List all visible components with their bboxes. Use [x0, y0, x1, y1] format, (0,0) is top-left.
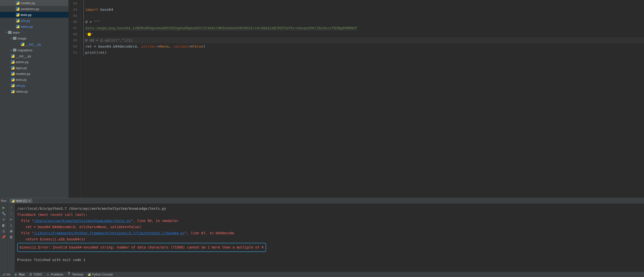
git-tool-button[interactable]: ⎇ Git: [2, 273, 10, 276]
tree-folder[interactable]: ▾image: [0, 35, 68, 41]
traceback-frame-2: File "/Library/Frameworks/Python.framewo…: [17, 230, 642, 236]
package-icon: [13, 36, 17, 40]
line-number[interactable]: 51: [69, 50, 77, 56]
printer-icon[interactable]: ⎙: [2, 229, 6, 233]
tree-file[interactable]: urls.py: [0, 18, 68, 24]
rerun-icon[interactable]: ▶: [2, 205, 6, 209]
problems-tool-button[interactable]: ⚠ Problems: [46, 273, 63, 276]
line-number[interactable]: 48: [69, 31, 77, 37]
chevron-right-icon[interactable]: ▸: [10, 49, 13, 51]
intention-bulb-icon[interactable]: [88, 33, 91, 36]
python-file-icon: [11, 72, 15, 76]
run-panel-label: Run:: [1, 199, 7, 203]
tree-file[interactable]: tests.py: [0, 77, 68, 83]
error-message: binascii.Error: Invalid base64-encoded s…: [20, 244, 264, 250]
warning-icon: ⚠: [46, 273, 50, 276]
line-number[interactable]: 44: [69, 7, 77, 13]
run-tool-window[interactable]: Run: tests (1) ✕ ▶ 🔧 ■ ◧ ⎙ 📌 ↑ ↓ ↩ ⤓ 🖶 🗑…: [0, 198, 644, 271]
git-branch-icon: ⎇: [2, 273, 5, 276]
run-tool-button[interactable]: ▶ Run: [14, 273, 24, 276]
tree-file[interactable]: views.py: [0, 24, 68, 30]
project-tree[interactable]: models.pyserializers.pytests.pyurls.pyvi…: [0, 0, 69, 198]
terminal-icon: ❯_: [68, 273, 71, 276]
tree-file[interactable]: __init__.py: [0, 53, 68, 59]
python-file-icon: [16, 25, 20, 29]
tree-item-label: __init__.py: [16, 54, 31, 58]
line-number[interactable]: 43: [69, 1, 77, 7]
tree-item-label: apps.py: [16, 66, 27, 70]
tree-file[interactable]: serializers.py: [0, 6, 68, 12]
line-number[interactable]: 45: [69, 13, 77, 19]
python-file-icon: [16, 1, 20, 5]
tree-file[interactable]: admin.py: [0, 59, 68, 65]
tree-file[interactable]: models.py: [0, 71, 68, 77]
python-file-icon: [11, 78, 15, 82]
code-area[interactable]: import base64 d = """ data:image/png;bas…: [80, 0, 644, 198]
layout-icon[interactable]: ◧: [2, 223, 6, 227]
tree-file[interactable]: __init__.py: [0, 41, 68, 47]
python-file-icon: [16, 13, 20, 17]
chevron-down-icon[interactable]: ▾: [10, 37, 13, 40]
close-icon[interactable]: ✕: [28, 199, 30, 203]
tree-file[interactable]: apps.py: [0, 65, 68, 71]
console-command: /usr/local/bin/python3.7 /Users/wyc/work…: [17, 205, 642, 212]
traceback-file-link[interactable]: /Users/wyc/work/wechatSystem/knowLedge/t…: [34, 219, 131, 223]
keyword-import: import: [85, 8, 98, 12]
python-file-icon: [20, 42, 24, 46]
run-tab-label: tests (1): [16, 199, 26, 203]
run-toolbar-left: ▶ 🔧 ■ ◧ ⎙ 📌: [0, 204, 7, 271]
code-editor[interactable]: 434445464748495051 import base64 d = """…: [69, 0, 644, 198]
traceback-file-link[interactable]: /Library/Frameworks/Python.framework/Ver…: [34, 231, 184, 235]
tree-item-label: learn: [13, 31, 20, 34]
pin-icon[interactable]: 📌: [2, 235, 6, 239]
play-icon: ▶: [14, 273, 18, 276]
tree-item-label: views.py: [16, 90, 28, 93]
traceback-frame-1: File "/Users/wyc/work/wechatSystem/knowL…: [17, 218, 642, 224]
line-number[interactable]: 47: [69, 25, 77, 31]
tree-folder[interactable]: ▸migrations: [0, 47, 68, 53]
python-file-icon: [11, 54, 15, 58]
tree-item-label: tests.py: [16, 78, 27, 82]
line-number[interactable]: 49: [69, 37, 77, 44]
python-file-icon: [11, 66, 15, 70]
trash-icon[interactable]: 🗑: [9, 235, 13, 239]
status-bar: ⎇ Git ▶ Run ☰ TODO ⚠ Problems ❯_ Termina…: [0, 271, 644, 277]
soft-wrap-icon[interactable]: ↩: [9, 217, 13, 221]
terminal-tool-button[interactable]: ❯_ Terminal: [68, 273, 83, 276]
down-arrow-icon[interactable]: ↓: [9, 211, 13, 215]
list-icon: ☰: [29, 273, 32, 276]
tree-file[interactable]: urls.py: [0, 83, 68, 88]
tree-item-label: urls.py: [20, 19, 30, 23]
chevron-down-icon[interactable]: ▾: [5, 31, 8, 34]
line-number[interactable]: 50: [69, 44, 77, 50]
tree-item-label: views.py: [20, 25, 33, 29]
python-console-tool-button[interactable]: Python Console: [88, 273, 113, 276]
package-icon: [13, 48, 17, 52]
tree-folder[interactable]: ▾learn: [0, 30, 68, 35]
python-file-icon: [11, 89, 15, 93]
stop-icon[interactable]: ■: [2, 217, 6, 221]
tree-item-label: tests.py: [20, 13, 32, 17]
folder-icon: [8, 31, 12, 34]
wrench-icon[interactable]: 🔧: [2, 211, 6, 215]
up-arrow-icon[interactable]: ↑: [9, 205, 13, 209]
line-number[interactable]: 46: [69, 19, 77, 25]
tree-item-label: models.py: [16, 72, 30, 76]
run-toolbar-right: ↑ ↓ ↩ ⤓ 🖶 🗑: [7, 204, 15, 271]
run-config-tab[interactable]: tests (1) ✕: [10, 199, 32, 203]
tree-file[interactable]: views.py: [0, 88, 68, 94]
python-file-icon: [12, 199, 14, 202]
tree-file[interactable]: tests.py: [0, 12, 68, 18]
scroll-to-end-icon[interactable]: ⤓: [9, 223, 13, 227]
console-output[interactable]: /usr/local/bin/python3.7 /Users/wyc/work…: [15, 204, 644, 271]
tree-item-label: admin.py: [16, 60, 29, 64]
tree-item-label: __init__.py: [26, 43, 41, 46]
tree-item-label: migrations: [18, 48, 32, 52]
print-console-icon[interactable]: 🖶: [9, 229, 13, 233]
python-file-icon: [11, 84, 15, 87]
exit-message: Process finished with exit code 1: [17, 257, 642, 263]
tree-file[interactable]: models.py: [0, 0, 68, 6]
python-file-icon: [16, 19, 20, 23]
todo-tool-button[interactable]: ☰ TODO: [29, 273, 42, 276]
traceback-source-2: return binascii.a2b_base64(s): [17, 236, 642, 242]
